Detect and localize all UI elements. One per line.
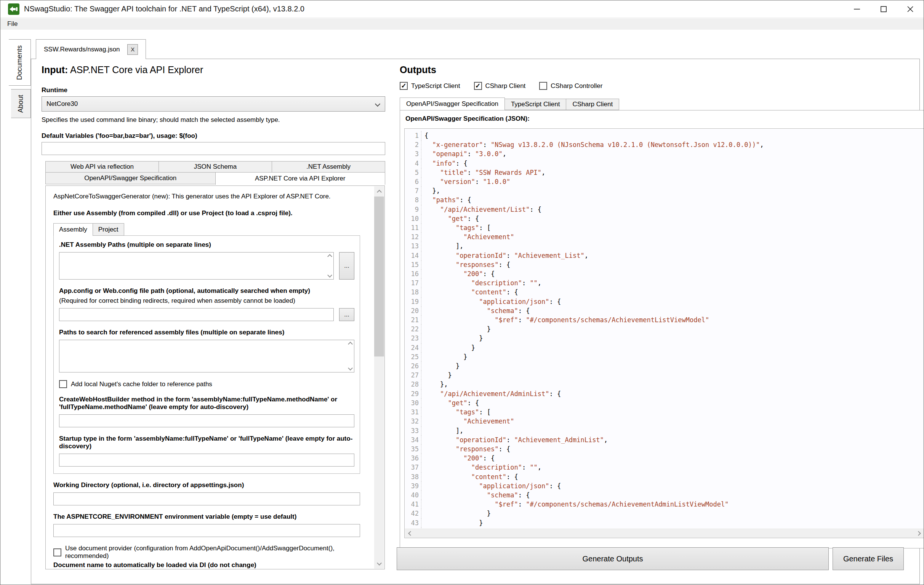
generate-buttons-row: Generate Outputs Generate Files: [397, 547, 904, 570]
source-tab[interactable]: Assembly: [53, 223, 93, 236]
generator-tab[interactable]: Web API via reflection: [45, 161, 159, 173]
close-button[interactable]: [897, 0, 924, 18]
reference-paths-label: Paths to search for referenced assembly …: [59, 329, 354, 336]
checkbox-icon: [59, 380, 67, 388]
assembly-paths-browse-button[interactable]: ...: [339, 252, 354, 280]
assembly-note-text: Either use Assembly (from compiled .dll)…: [53, 209, 360, 217]
output-checkboxes: TypeScript Client CSharp Client CSharp C…: [400, 82, 602, 90]
create-web-host-builder-label: CreateWebHostBuilder method in the form …: [59, 396, 354, 411]
document-tab[interactable]: SSW.Rewards/nswag.json X: [36, 39, 146, 59]
nuget-cache-checkbox[interactable]: Add local Nuget's cache folder to refere…: [59, 380, 354, 388]
window-title: NSwagStudio: The Swagger API toolchain f…: [24, 5, 304, 13]
app-config-browse-button[interactable]: ...: [339, 308, 354, 321]
chevron-down-icon: [375, 101, 380, 107]
outputs-heading: Outputs: [400, 64, 436, 76]
input-heading: Input: ASP.NET Core via API Explorer: [41, 64, 203, 76]
document-tab-close-button[interactable]: X: [127, 44, 138, 55]
generate-files-button[interactable]: Generate Files: [833, 547, 904, 570]
runtime-label: Runtime: [41, 86, 68, 94]
chevron-up-icon: [377, 190, 382, 194]
generator-tab-row-2: OpenAPI/Swagger SpecificationASP.NET Cor…: [45, 173, 385, 185]
aspnetcore-environment-input[interactable]: [53, 524, 360, 537]
checkbox-icon: [474, 82, 482, 90]
scroll-left-button[interactable]: [405, 529, 414, 538]
checkbox-icon: [539, 82, 547, 90]
generator-intro-text: AspNetCoreToSwaggerGenerator (new): This…: [53, 193, 360, 200]
runtime-help-text: Specifies the used command line binary; …: [41, 116, 280, 124]
app-config-input[interactable]: [59, 308, 334, 321]
sidebar-tab-about[interactable]: About: [11, 89, 31, 118]
default-variables-input[interactable]: [41, 142, 385, 155]
output-panel: OpenAPI/Swagger Specification (JSON): 1{…: [400, 110, 924, 549]
output-tab[interactable]: OpenAPI/Swagger Specification: [400, 97, 505, 110]
main-content-frame: Input: ASP.NET Core via API Explorer Run…: [31, 59, 920, 584]
chevron-left-icon: [408, 531, 413, 536]
editor-horizontal-scrollbar[interactable]: [405, 529, 924, 538]
output-checkbox[interactable]: TypeScript Client: [400, 82, 460, 90]
app-config-label: App.config or Web.config file path (opti…: [59, 287, 354, 295]
generator-settings-panel: AspNetCoreToSwaggerGenerator (new): This…: [45, 186, 385, 569]
generator-tab[interactable]: OpenAPI/Swagger Specification: [45, 172, 216, 185]
chevron-right-icon: [916, 531, 921, 536]
sidebar-tab-documents[interactable]: Documents: [9, 39, 31, 86]
generator-tab-strip: Web API via reflectionJSON Schema.NET As…: [45, 161, 385, 185]
scroll-up-button[interactable]: [374, 186, 384, 196]
document-tab-label: SSW.Rewards/nswag.json: [44, 46, 120, 53]
maximize-button[interactable]: [870, 0, 897, 18]
nswagstudio-window: NSwagStudio: The Swagger API toolchain f…: [0, 0, 924, 585]
working-directory-input[interactable]: [53, 493, 360, 505]
window-controls: [843, 0, 924, 18]
output-tab[interactable]: CSharp Client: [566, 99, 619, 110]
chevron-down-icon: [377, 560, 382, 565]
generator-tab[interactable]: .NET Assembly: [272, 161, 385, 173]
input-panel-scrollbar[interactable]: [374, 186, 384, 569]
generate-outputs-button[interactable]: Generate Outputs: [397, 547, 829, 570]
input-heading-prefix: Input:: [41, 64, 68, 75]
default-variables-label: Default Variables ('foo=bar,baz=bar'), u…: [41, 132, 197, 140]
aspnetcore-environment-label: The ASPNETCORE_ENVIRONMENT environment v…: [53, 513, 360, 521]
output-checkbox[interactable]: CSharp Controller: [539, 82, 602, 90]
menu-file[interactable]: File: [0, 20, 25, 28]
checkbox-icon: [53, 549, 61, 557]
runtime-dropdown-value: NetCore30: [46, 100, 78, 108]
startup-type-input[interactable]: [59, 453, 354, 466]
nuget-cache-checkbox-label: Add local Nuget's cache folder to refere…: [71, 381, 212, 388]
startup-type-label: Startup type in the form 'assemblyName:f…: [59, 435, 354, 450]
output-tab-strip: OpenAPI/Swagger SpecificationTypeScript …: [400, 99, 619, 110]
source-tab[interactable]: Project: [92, 223, 124, 236]
working-directory-label: Working Directory (optional, i.e. direct…: [53, 481, 360, 489]
document-name-label-clipped: Document name to automatically be loaded…: [53, 561, 256, 569]
scroll-right-button[interactable]: [914, 529, 924, 538]
title-bar: NSwagStudio: The Swagger API toolchain f…: [0, 0, 924, 18]
create-web-host-builder-input[interactable]: [59, 414, 354, 427]
generator-tab[interactable]: ASP.NET Core via API Explorer: [215, 172, 386, 185]
checkbox-icon: [400, 82, 408, 90]
assembly-paths-textarea[interactable]: [59, 252, 334, 280]
reference-paths-textarea[interactable]: [59, 340, 354, 372]
code-lines: 1{2 "x-generator": "NSwag v13.8.2.0 (NJs…: [405, 131, 924, 529]
input-heading-value: ASP.NET Core via API Explorer: [70, 64, 203, 75]
menu-bar: File: [0, 18, 924, 30]
assembly-paths-label: .NET Assembly Paths (multiple on separat…: [59, 241, 354, 249]
output-tab[interactable]: TypeScript Client: [505, 99, 567, 110]
generator-tab-row-1: Web API via reflectionJSON Schema.NET As…: [45, 161, 385, 173]
source-tab-strip: AssemblyProject: [53, 223, 360, 236]
scrollbar-thumb[interactable]: [374, 196, 384, 356]
runtime-dropdown[interactable]: NetCore30: [41, 96, 385, 112]
app-config-sublabel: (Required for correct binding redirects,…: [59, 297, 354, 305]
nswag-app-icon: [8, 3, 20, 15]
generator-tab[interactable]: JSON Schema: [158, 161, 272, 173]
use-document-provider-label: Use document provider (configuration fro…: [65, 545, 360, 560]
use-document-provider-checkbox[interactable]: Use document provider (configuration fro…: [53, 545, 360, 560]
scroll-down-button[interactable]: [374, 559, 384, 569]
spec-json-editor[interactable]: 1{2 "x-generator": "NSwag v13.8.2.0 (NJs…: [404, 129, 924, 538]
spec-json-label: OpenAPI/Swagger Specification (JSON):: [406, 115, 530, 123]
assembly-group-box: .NET Assembly Paths (multiple on separat…: [53, 236, 360, 474]
minimize-button[interactable]: [843, 0, 870, 18]
output-checkbox[interactable]: CSharp Client: [474, 82, 526, 90]
